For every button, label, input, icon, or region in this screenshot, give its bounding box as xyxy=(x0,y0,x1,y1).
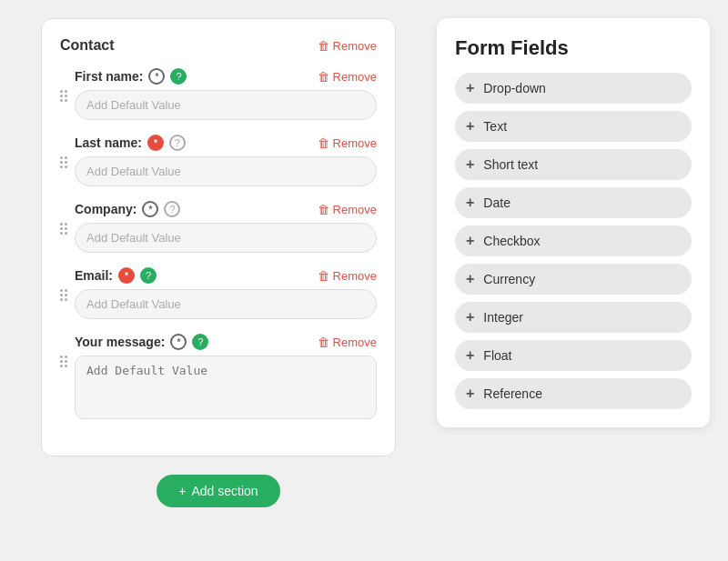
field-label-row: First name:*?🗑 Remove xyxy=(75,68,377,85)
contact-remove-button[interactable]: 🗑 Remove xyxy=(318,39,377,53)
field-row: Company:*?🗑 RemoveAdd Default Value xyxy=(60,201,377,253)
form-field-checkbox[interactable]: +Checkbox xyxy=(455,225,692,256)
field-remove-button[interactable]: 🗑 Remove xyxy=(318,203,377,216)
right-panel: Form Fields +Drop-down+Text+Short text+D… xyxy=(437,18,710,427)
help-icon[interactable]: ? xyxy=(140,267,157,284)
form-field-float[interactable]: +Float xyxy=(455,340,692,371)
required-badge: * xyxy=(170,334,187,350)
trash-icon: 🗑 xyxy=(318,70,329,84)
required-badge: * xyxy=(142,201,158,217)
field-remove-button[interactable]: 🗑 Remove xyxy=(318,269,377,283)
required-badge: * xyxy=(147,135,164,151)
field-row: Email:*?🗑 RemoveAdd Default Value xyxy=(60,267,377,319)
form-field-text[interactable]: +Text xyxy=(455,111,692,142)
plus-icon: + xyxy=(466,195,474,211)
help-icon[interactable]: ? xyxy=(192,334,208,350)
field-option-label: Integer xyxy=(483,310,523,325)
plus-icon: + xyxy=(178,484,186,498)
plus-icon: + xyxy=(466,233,474,249)
field-option-label: Drop-down xyxy=(483,81,545,95)
field-row: Your message:*?🗑 Remove xyxy=(60,334,377,423)
form-field-date[interactable]: +Date xyxy=(455,187,692,218)
field-label: Email: xyxy=(75,268,113,283)
field-label-left: Email:*? xyxy=(75,267,157,284)
field-default-value[interactable]: Add Default Value xyxy=(75,90,377,120)
help-icon[interactable]: ? xyxy=(170,68,187,85)
field-remove-button[interactable]: 🗑 Remove xyxy=(318,70,377,84)
plus-icon: + xyxy=(466,347,474,364)
plus-icon: + xyxy=(466,156,474,173)
field-row: First name:*?🗑 RemoveAdd Default Value xyxy=(60,68,377,120)
field-option-label: Float xyxy=(483,348,511,363)
field-content: Your message:*?🗑 Remove xyxy=(75,334,377,423)
field-label: Company: xyxy=(75,202,136,216)
contact-header: Contact 🗑 Remove xyxy=(60,37,377,54)
plus-icon: + xyxy=(466,271,474,287)
drag-handle[interactable] xyxy=(60,201,67,235)
field-option-label: Reference xyxy=(483,386,542,401)
form-fields-title: Form Fields xyxy=(455,36,692,60)
form-fields-list: +Drop-down+Text+Short text+Date+Checkbox… xyxy=(455,73,692,409)
field-content: Company:*?🗑 RemoveAdd Default Value xyxy=(75,201,377,253)
drag-handle[interactable] xyxy=(60,334,67,367)
field-label-left: Last name:*? xyxy=(75,135,186,151)
main-layout: Contact 🗑 Remove First name:*?🗑 RemoveAd… xyxy=(18,18,710,507)
field-default-value[interactable]: Add Default Value xyxy=(75,223,377,253)
field-label-left: First name:*? xyxy=(75,68,187,85)
form-field-drop-down[interactable]: +Drop-down xyxy=(455,73,692,104)
field-label: Last name: xyxy=(75,135,142,150)
help-icon[interactable]: ? xyxy=(164,201,180,217)
add-section-button[interactable]: + Add section xyxy=(157,475,279,507)
fields-container: First name:*?🗑 RemoveAdd Default ValueLa… xyxy=(60,68,377,423)
contact-card: Contact 🗑 Remove First name:*?🗑 RemoveAd… xyxy=(41,18,396,456)
field-textarea[interactable] xyxy=(75,356,377,419)
required-badge: * xyxy=(118,267,135,284)
field-label-left: Your message:*? xyxy=(75,334,208,350)
trash-icon: 🗑 xyxy=(318,136,329,150)
field-default-value[interactable]: Add Default Value xyxy=(75,156,377,186)
field-option-label: Short text xyxy=(483,157,538,172)
plus-icon: + xyxy=(466,118,474,135)
plus-icon: + xyxy=(466,386,474,402)
field-option-label: Text xyxy=(483,119,507,134)
field-content: First name:*?🗑 RemoveAdd Default Value xyxy=(75,68,377,120)
field-content: Last name:*?🗑 RemoveAdd Default Value xyxy=(75,135,377,186)
trash-icon: 🗑 xyxy=(318,336,329,349)
field-remove-button[interactable]: 🗑 Remove xyxy=(318,136,377,150)
drag-handle[interactable] xyxy=(60,68,67,102)
field-label-left: Company:*? xyxy=(75,201,180,217)
trash-icon: 🗑 xyxy=(318,203,329,216)
field-row: Last name:*?🗑 RemoveAdd Default Value xyxy=(60,135,377,186)
form-field-currency[interactable]: +Currency xyxy=(455,264,692,295)
required-badge: * xyxy=(148,68,165,85)
field-label-row: Email:*?🗑 Remove xyxy=(75,267,377,284)
left-panel: Contact 🗑 Remove First name:*?🗑 RemoveAd… xyxy=(18,18,419,507)
form-field-short-text[interactable]: +Short text xyxy=(455,149,692,180)
field-label-row: Your message:*?🗑 Remove xyxy=(75,334,377,350)
field-default-value[interactable]: Add Default Value xyxy=(75,289,377,319)
field-label: Your message: xyxy=(75,335,165,349)
field-label: First name: xyxy=(75,69,143,84)
drag-handle[interactable] xyxy=(60,267,67,301)
help-icon[interactable]: ? xyxy=(169,135,186,151)
form-field-reference[interactable]: +Reference xyxy=(455,378,692,409)
field-label-row: Company:*?🗑 Remove xyxy=(75,201,377,217)
field-option-label: Checkbox xyxy=(483,234,540,248)
contact-title: Contact xyxy=(60,37,115,54)
plus-icon: + xyxy=(466,309,474,326)
field-option-label: Date xyxy=(483,195,511,210)
field-remove-button[interactable]: 🗑 Remove xyxy=(318,336,377,349)
form-field-integer[interactable]: +Integer xyxy=(455,302,692,333)
field-option-label: Currency xyxy=(483,272,535,286)
plus-icon: + xyxy=(466,80,474,96)
drag-handle[interactable] xyxy=(60,135,67,168)
field-content: Email:*?🗑 RemoveAdd Default Value xyxy=(75,267,377,319)
trash-icon: 🗑 xyxy=(318,39,329,53)
trash-icon: 🗑 xyxy=(318,269,329,283)
field-label-row: Last name:*?🗑 Remove xyxy=(75,135,377,151)
add-section-label: Add section xyxy=(192,484,258,498)
